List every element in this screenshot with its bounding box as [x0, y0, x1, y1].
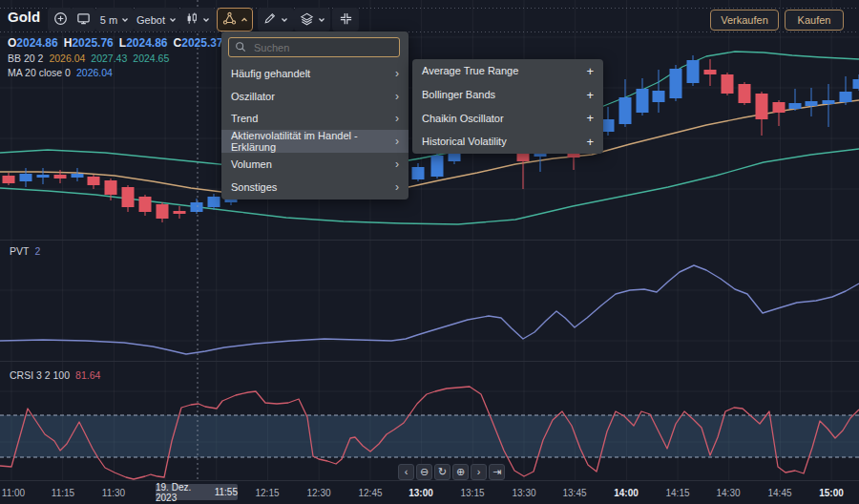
reset-view-button[interactable]: ↻ [434, 464, 450, 480]
go-to-latest-button[interactable]: ⇥ [489, 464, 505, 480]
submenu-item-label: Historical Volatility [422, 136, 507, 147]
monitor-icon [76, 11, 91, 29]
menu-item-trend[interactable]: Trend› [221, 108, 409, 131]
display-settings-button[interactable] [71, 8, 95, 32]
legend-label: MA 20 close 0 [8, 67, 71, 78]
submenu-item-average-true-range[interactable]: Average True Range+ [412, 59, 603, 83]
menu-item-label: Aktienvolatilität im Handel - Erklärung [231, 130, 395, 153]
chevron-right-icon: › [395, 180, 399, 194]
axis-tick: 11:00 [2, 488, 25, 498]
add-indicator-icon[interactable]: + [586, 135, 594, 149]
crsi-legend: CRSI 3 2 10081.64 [10, 369, 100, 381]
indicators-menu: Häufig gehandelt›Oszillator›Trend›Aktien… [221, 32, 409, 200]
chevron-down-icon [202, 12, 210, 27]
crosshair-date-chip: 19. Dez. 2023 11:55 [156, 484, 238, 500]
layers-button[interactable] [294, 8, 330, 32]
axis-tick: 13:15 [460, 488, 484, 498]
chevron-right-icon: › [395, 158, 399, 171]
axis-tick: 13:00 [409, 488, 433, 498]
indicators-button[interactable] [217, 8, 253, 32]
add-indicator-icon[interactable]: + [586, 64, 594, 78]
sell-button[interactable]: Verkaufen [710, 10, 779, 31]
chevron-right-icon: › [395, 112, 399, 125]
axis-tick: 11:15 [52, 488, 74, 498]
chevron-right-icon: › [395, 135, 399, 148]
zoom-in-button[interactable]: ⊕ [452, 464, 469, 480]
menu-item-haeufig-gehandelt[interactable]: Häufig gehandelt› [221, 62, 409, 85]
add-indicator-icon[interactable]: + [586, 88, 594, 102]
pencil-icon [263, 11, 277, 28]
layout-split-button[interactable] [332, 8, 359, 32]
chevron-down-icon [121, 12, 129, 27]
legend-value: 2026.04 [76, 67, 113, 78]
drawing-tools-button[interactable] [258, 8, 294, 32]
legend-value: 2027.43 [91, 52, 127, 64]
submenu-item-label: Bollinger Bands [422, 89, 495, 100]
layers-icon [300, 11, 314, 29]
axis-tick: 11:30 [102, 488, 125, 498]
menu-item-label: Trend [231, 113, 258, 124]
layout-split-icon [339, 11, 353, 29]
chevron-right-icon: › [395, 90, 399, 103]
axis-tick: 12:30 [306, 488, 330, 498]
chip-time: 11:55 [215, 487, 238, 497]
axis-tick: 13:45 [562, 488, 586, 498]
indicator-search-box[interactable] [228, 37, 400, 57]
price-type-button[interactable]: Gebot [134, 8, 179, 32]
ohlc-value: 2025.37 [181, 36, 222, 50]
legend-value: 2 [34, 245, 40, 257]
axis-tick: 12:45 [358, 488, 382, 498]
axis-tick: 14:30 [716, 488, 740, 498]
chevron-up-icon [241, 12, 248, 27]
ohlc-legend: O2024.86H2025.76L2024.86C2025.37+0 [8, 36, 247, 50]
search-input[interactable] [252, 41, 393, 54]
menu-item-oszillator[interactable]: Oszillator› [221, 85, 409, 108]
add-symbol-button[interactable] [48, 8, 73, 32]
menu-item-sonstiges[interactable]: Sonstiges› [221, 176, 409, 199]
menu-item-label: Sonstiges [231, 181, 277, 193]
chip-date: 19. Dez. 2023 [156, 482, 209, 503]
chevron-right-icon: › [395, 67, 399, 80]
chevron-down-icon [318, 12, 325, 27]
zoom-out-button[interactable]: ⊖ [416, 464, 432, 480]
chart-nav-cluster: ‹⊖↻⊕›⇥ [398, 464, 505, 480]
legend-label: PVT [10, 245, 29, 257]
ohlc-key: O [8, 36, 16, 50]
submenu-item-chaikin-oscillator[interactable]: Chaikin Oscillator+ [412, 106, 603, 130]
axis-tick: 13:30 [512, 488, 535, 498]
axis-tick: 14:00 [614, 488, 639, 498]
timeframe-button[interactable]: 5 m [95, 8, 134, 32]
ohlc-value: 2024.86 [126, 36, 167, 50]
plus-circle-icon [53, 11, 68, 29]
candlestick-icon [185, 11, 199, 29]
add-indicator-icon[interactable]: + [586, 111, 594, 125]
ohlc-value: 2024.86 [16, 36, 57, 50]
submenu-item-label: Chaikin Oscillator [422, 113, 504, 124]
indicator-category-list: Häufig gehandelt›Oszillator›Trend›Aktien… [221, 62, 409, 199]
axis-tick: 12:15 [255, 488, 279, 498]
submenu-item-bollinger-bands[interactable]: Bollinger Bands+ [412, 83, 603, 107]
trading-app: Gold 5 m Gebot [0, 0, 859, 504]
ma-legend: MA 20 close 02026.04 [8, 67, 113, 78]
submenu-item-label: Average True Range [422, 65, 518, 76]
timeframe-label: 5 m [100, 14, 117, 26]
buy-button[interactable]: Kaufen [785, 10, 844, 31]
time-axis[interactable]: 19. Dez. 2023 11:55 11:0011:1511:3012:15… [0, 480, 859, 504]
bollinger-legend: BB 20 22026.042027.432024.65 [8, 52, 169, 64]
axis-tick: 14:45 [767, 488, 791, 498]
scroll-left-button[interactable]: ‹ [398, 464, 414, 480]
chevron-down-icon [281, 12, 288, 27]
chart-type-button[interactable] [179, 8, 216, 32]
legend-label: BB 20 2 [8, 52, 43, 64]
menu-item-volumen[interactable]: Volumen› [221, 153, 409, 176]
scroll-right-button[interactable]: › [471, 464, 487, 480]
submenu-item-historical-volatility[interactable]: Historical Volatility+ [412, 130, 603, 154]
menu-item-aktienvolatilitaet[interactable]: Aktienvolatilität im Handel - Erklärung› [221, 130, 409, 153]
menu-item-label: Oszillator [231, 91, 275, 102]
menu-item-label: Volumen [231, 158, 272, 170]
symbol-title: Gold [8, 9, 40, 25]
legend-value: 81.64 [75, 369, 100, 381]
pvt-legend: PVT2 [10, 245, 40, 257]
axis-tick: 14:15 [665, 488, 689, 498]
volatility-submenu: Average True Range+Bollinger Bands+Chaik… [412, 59, 603, 154]
